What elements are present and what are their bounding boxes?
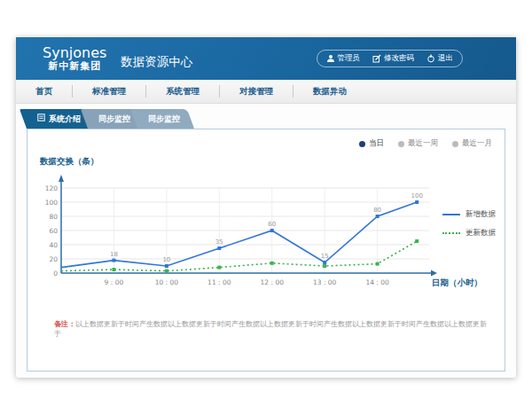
legend-label: 更新数据: [466, 228, 496, 239]
document-icon: [37, 109, 45, 129]
footnote-text: 以上数据更新于时间产生数据以上数据更新于时间产生数据以上数据更新于时间产生数据以…: [54, 320, 487, 338]
radio-dot-icon: [452, 141, 458, 147]
logo-secondary-text: 新中新集团: [43, 61, 106, 72]
user-menu-label: 修改密码: [384, 53, 414, 64]
tab-sync-monitor-2[interactable]: 同步监控: [137, 109, 194, 129]
radio-dot-icon: [359, 141, 365, 147]
legend-item-new-data: 新增数据: [442, 207, 513, 221]
user-icon: [326, 54, 335, 63]
svg-text:9 : 00: 9 : 00: [105, 278, 124, 286]
dotted-line-swatch-icon: [442, 232, 460, 234]
legend-label: 新增数据: [466, 209, 496, 220]
nav-item-system-mgmt[interactable]: 系统管理: [146, 85, 220, 98]
svg-text:100: 100: [45, 199, 59, 207]
user-menu: 管理员 修改密码 退出: [317, 50, 464, 67]
filter-last-week[interactable]: 最近一周: [398, 138, 438, 149]
svg-text:10: 10: [162, 256, 170, 263]
svg-text:40: 40: [49, 241, 58, 249]
time-range-filters: 当日 最近一周 最近一月: [359, 138, 492, 149]
nav-item-home[interactable]: 首页: [16, 85, 73, 98]
footnote: 备注：以上数据更新于时间产生数据以上数据更新于时间产生数据以上数据更新于时间产生…: [54, 319, 490, 339]
change-password-button[interactable]: 修改密码: [372, 53, 414, 64]
svg-text:35: 35: [215, 239, 223, 246]
solid-line-swatch-icon: [442, 214, 460, 215]
app-window: Synjones 新中新集团 数据资源中心 管理员 修改密码 退出: [16, 37, 516, 378]
svg-text:14 : 00: 14 : 00: [365, 278, 389, 286]
footnote-prefix: 备注：: [54, 320, 75, 328]
svg-text:60: 60: [268, 221, 276, 228]
filter-label: 最近一月: [462, 138, 492, 149]
company-logo: Synjones 新中新集团: [43, 45, 106, 72]
chart-panel: 当日 最近一周 最近一月 数据交换（条） 0204060801001209 : …: [27, 129, 505, 372]
svg-text:18: 18: [110, 251, 118, 258]
user-menu-label: 退出: [438, 53, 453, 64]
filter-today[interactable]: 当日: [359, 138, 384, 149]
svg-text:20: 20: [49, 255, 58, 263]
power-icon: [426, 54, 435, 63]
tab-bar: 系统介绍 同步监控 同步监控: [27, 109, 187, 129]
line-chart: 0204060801001209 : 0010 : 0011 : 0012 : …: [35, 168, 442, 301]
svg-text:100: 100: [411, 192, 423, 200]
logout-button[interactable]: 退出: [426, 53, 453, 64]
nav-item-interface-mgmt[interactable]: 对接管理: [220, 85, 293, 98]
svg-text:12 : 00: 12 : 00: [261, 278, 285, 286]
svg-text:10 : 00: 10 : 00: [155, 278, 179, 286]
nav-item-standard-mgmt[interactable]: 标准管理: [73, 85, 146, 98]
page-title: 数据资源中心: [121, 54, 192, 70]
current-user[interactable]: 管理员: [326, 53, 361, 64]
svg-text:0: 0: [53, 270, 58, 278]
main-nav: 首页 标准管理 系统管理 对接管理 数据异动: [16, 80, 516, 104]
nav-item-data-change[interactable]: 数据异动: [293, 85, 366, 98]
tab-sync-monitor-1[interactable]: 同步监控: [88, 109, 145, 129]
legend-item-updated-data: 更新数据: [442, 226, 513, 239]
filter-label: 当日: [369, 138, 384, 149]
svg-text:11 : 00: 11 : 00: [207, 278, 231, 286]
tab-label: 同步监控: [148, 109, 180, 129]
tab-system-intro[interactable]: 系统介绍: [27, 109, 95, 129]
edit-icon: [372, 54, 381, 63]
x-axis-title: 日期（小时）: [432, 278, 482, 289]
filter-last-month[interactable]: 最近一月: [452, 138, 492, 149]
series-legend: 新增数据 更新数据: [442, 207, 513, 245]
svg-text:80: 80: [373, 207, 381, 214]
tab-label: 同步监控: [98, 109, 130, 129]
svg-text:13 : 00: 13 : 00: [313, 278, 337, 286]
svg-text:80: 80: [49, 213, 58, 221]
radio-dot-icon: [398, 141, 404, 147]
app-header: Synjones 新中新集团 数据资源中心 管理员 修改密码 退出: [16, 37, 516, 80]
user-menu-label: 管理员: [338, 53, 361, 64]
tab-label: 系统介绍: [49, 109, 81, 129]
svg-text:15: 15: [321, 253, 329, 260]
svg-text:120: 120: [45, 184, 59, 192]
y-axis-title: 数据交换（条）: [40, 156, 99, 168]
svg-text:60: 60: [49, 227, 58, 235]
logo-primary-text: Synjones: [43, 45, 106, 61]
filter-label: 最近一周: [408, 138, 438, 149]
